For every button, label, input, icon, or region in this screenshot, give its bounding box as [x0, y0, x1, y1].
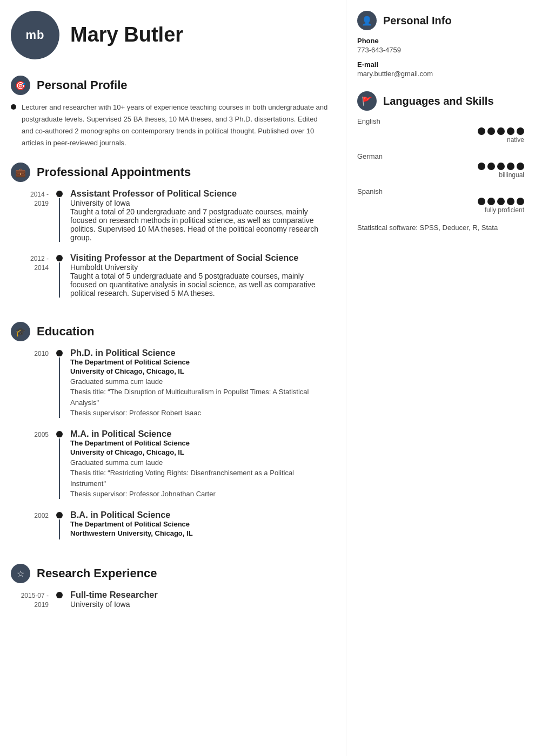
- education-uni-ba: Northwestern University, Chicago, IL: [70, 529, 330, 537]
- education-section: 🎓 Education 2010 Ph.D. in Political Scie…: [11, 322, 330, 550]
- appointment-content-1: Assistant Professor of Political Science…: [65, 188, 330, 242]
- professional-appointments-section: 💼 Professional Appointments 2014 - 2019: [11, 163, 330, 308]
- tl-dot-1: [56, 191, 63, 197]
- research-experience-header: ☆ Research Experience: [11, 564, 330, 583]
- tl-middle-2: [54, 253, 65, 298]
- tl-line-ba: [59, 519, 60, 539]
- language-name-spanish: Spanish: [357, 187, 524, 195]
- education-date-ba: 2002: [11, 510, 54, 539]
- education-uni-ma: University of Chicago, Chicago, IL: [70, 448, 330, 456]
- language-german: German billingual: [357, 152, 524, 179]
- lang-dot-en-2: [487, 127, 495, 135]
- education-supervisor-ma: Thesis supervisor: Professor Johnathan C…: [70, 490, 330, 498]
- tl-middle-res-1: [54, 590, 65, 610]
- personal-profile-content: Lecturer and researcher with 10+ years o…: [11, 102, 330, 149]
- education-timeline: 2010 Ph.D. in Political Science The Depa…: [11, 348, 330, 550]
- language-level-german: billingual: [357, 171, 524, 179]
- flag-icon: 🚩: [362, 96, 372, 106]
- briefcase-icon: 💼: [15, 167, 26, 178]
- language-dots-german: [357, 163, 524, 170]
- languages-skills-icon: 🚩: [357, 91, 377, 111]
- research-date-1: 2015-07 - 2019: [11, 590, 54, 610]
- education-content-ba: B.A. in Political Science The Department…: [65, 510, 330, 539]
- person-icon: 👤: [362, 16, 372, 26]
- personal-info-section: 👤 Personal Info Phone 773-643-4759 E-mai…: [357, 11, 524, 78]
- lang-dot-de-3: [497, 163, 505, 170]
- lang-dot-en-1: [478, 127, 485, 135]
- education-degree-ma: M.A. in Political Science: [70, 429, 330, 439]
- phone-label: Phone: [357, 37, 524, 45]
- personal-info-title: Personal Info: [383, 15, 452, 27]
- languages-skills-section: 🚩 Languages and Skills English native Ge…: [357, 91, 524, 234]
- lang-dot-de-4: [507, 163, 514, 170]
- lang-dot-es-1: [478, 198, 485, 205]
- appointment-content-2: Visiting Professor at the Department of …: [65, 253, 330, 298]
- tl-line-1: [59, 198, 60, 242]
- language-level-spanish: fully proficient: [357, 206, 524, 214]
- appointment-item-2: 2012 - 2014 Visiting Professor at the De…: [11, 253, 330, 298]
- language-dots-english: [357, 127, 524, 135]
- tl-line-ma: [59, 438, 60, 499]
- appointment-item-1: 2014 - 2019 Assistant Professor of Polit…: [11, 188, 330, 242]
- personal-profile-title: Personal Profile: [37, 78, 128, 92]
- language-name-german: German: [357, 152, 524, 160]
- lang-dot-es-2: [487, 198, 495, 205]
- tl-dot-res-1: [56, 592, 63, 598]
- tl-line-phd: [59, 357, 60, 418]
- education-supervisor-phd: Thesis supervisor: Professor Robert Isaa…: [70, 409, 330, 417]
- education-dept-ba: The Department of Political Science: [70, 520, 330, 528]
- education-date-phd: 2010: [11, 348, 54, 418]
- professional-appointments-icon: 💼: [11, 163, 30, 182]
- language-name-english: English: [357, 117, 524, 125]
- research-timeline: 2015-07 - 2019 Full-time Researcher Univ…: [11, 590, 330, 620]
- appointment-description-1: Taught a total of 20 undergraduate and 7…: [70, 207, 330, 242]
- research-experience-section: ☆ Research Experience 2015-07 - 2019 Ful…: [11, 564, 330, 620]
- education-thesis-phd: Thesis title: “The Disruption of Multicu…: [70, 387, 330, 408]
- lang-dot-es-3: [497, 198, 505, 205]
- language-spanish: Spanish fully proficient: [357, 187, 524, 214]
- personal-info-header: 👤 Personal Info: [357, 11, 524, 30]
- education-item-ba: 2002 B.A. in Political Science The Depar…: [11, 510, 330, 539]
- research-content-1: Full-time Researcher University of Iowa: [65, 590, 330, 610]
- education-dept-phd: The Department of Political Science: [70, 358, 330, 366]
- professional-appointments-header: 💼 Professional Appointments: [11, 163, 330, 182]
- research-experience-icon: ☆: [11, 564, 30, 583]
- tl-middle-ba: [54, 510, 65, 539]
- avatar-initials: mb: [26, 28, 45, 42]
- lang-dot-en-4: [507, 127, 514, 135]
- education-date-ma: 2005: [11, 429, 54, 499]
- education-honor-phd: Graduated summa cum laude: [70, 377, 330, 386]
- education-content-ma: M.A. in Political Science The Department…: [65, 429, 330, 499]
- education-thesis-ma: Thesis title: “Restricting Voting Rights…: [70, 468, 330, 489]
- personal-profile-section: 🎯 Personal Profile Lecturer and research…: [11, 76, 330, 149]
- avatar: mb: [11, 11, 59, 59]
- graduation-icon: 🎓: [15, 327, 26, 337]
- bullet-dot: [11, 104, 16, 110]
- star-icon: ☆: [17, 569, 24, 579]
- language-level-english: native: [357, 136, 524, 144]
- left-column: mb Mary Butler 🎯 Personal Profile Lectur…: [0, 0, 346, 756]
- research-role-1: Full-time Researcher: [70, 590, 330, 600]
- research-experience-title: Research Experience: [37, 566, 157, 580]
- email-value: mary.buttler@gmail.com: [357, 70, 524, 78]
- appointment-role-2: Visiting Professor at the Department of …: [70, 253, 330, 263]
- appointment-role-1: Assistant Professor of Political Science: [70, 188, 330, 199]
- personal-profile-icon: 🎯: [11, 76, 30, 95]
- skills-text: Statistical software: SPSS, Deducer, R, …: [357, 222, 524, 234]
- full-name: Mary Butler: [70, 24, 183, 46]
- languages-skills-header: 🚩 Languages and Skills: [357, 91, 524, 111]
- languages-skills-title: Languages and Skills: [383, 95, 494, 107]
- lang-dot-en-3: [497, 127, 505, 135]
- education-degree-phd: Ph.D. in Political Science: [70, 348, 330, 358]
- appointment-date-1: 2014 - 2019: [11, 188, 54, 242]
- appointment-institution-1: University of Iowa: [70, 199, 330, 207]
- appointments-timeline: 2014 - 2019 Assistant Professor of Polit…: [11, 188, 330, 308]
- research-item-1: 2015-07 - 2019 Full-time Researcher Univ…: [11, 590, 330, 610]
- education-item-ma: 2005 M.A. in Political Science The Depar…: [11, 429, 330, 499]
- education-item-phd: 2010 Ph.D. in Political Science The Depa…: [11, 348, 330, 418]
- tl-dot-ba: [56, 512, 63, 518]
- right-column: 👤 Personal Info Phone 773-643-4759 E-mai…: [346, 0, 535, 756]
- email-label: E-mail: [357, 60, 524, 69]
- education-title: Education: [37, 325, 94, 339]
- tl-middle-1: [54, 188, 65, 242]
